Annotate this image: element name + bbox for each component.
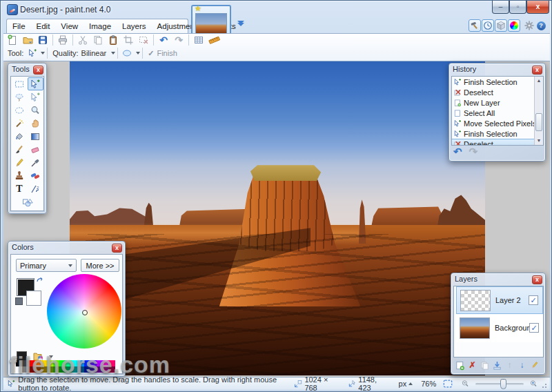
tool-magic-wand[interactable] <box>12 117 28 130</box>
grid-button[interactable] <box>191 34 206 46</box>
finish-button[interactable]: Finish <box>157 49 177 57</box>
palette-swatch[interactable] <box>28 366 34 373</box>
tools-toggle-button[interactable] <box>469 19 481 32</box>
palette-swatch[interactable] <box>22 360 28 366</box>
tool-line-curve[interactable]: 2 <box>28 182 43 195</box>
secondary-color-swatch[interactable] <box>26 291 41 306</box>
palette-swatch[interactable] <box>59 366 66 373</box>
palette-swatch[interactable] <box>53 360 59 366</box>
palette-swatch[interactable] <box>59 360 66 366</box>
color-wheel-selector[interactable] <box>82 310 88 315</box>
history-item[interactable]: Move Selected Pixels <box>452 118 543 128</box>
tool-ellipse-select[interactable] <box>12 104 28 117</box>
scroll-down-icon[interactable]: ▼ <box>535 137 543 145</box>
resize-grip[interactable] <box>542 382 548 389</box>
history-item[interactable]: Finish Selection <box>452 77 543 87</box>
menu-image[interactable]: Image <box>83 22 117 30</box>
palette-swatch[interactable] <box>53 366 59 373</box>
tool-rectangle-select[interactable] <box>12 77 28 90</box>
tool-recolor[interactable] <box>28 169 43 182</box>
history-redo-button[interactable]: ↷ <box>469 147 478 157</box>
layers-panel-close-icon[interactable]: x <box>532 275 542 284</box>
palette-swatch[interactable] <box>34 366 41 373</box>
palette-swatch[interactable] <box>72 360 78 366</box>
palette-swatch[interactable] <box>109 366 115 373</box>
history-item[interactable]: New Layer <box>452 97 543 108</box>
history-scrollbar[interactable]: ▲ ▼ <box>534 77 543 145</box>
save-button[interactable] <box>35 34 50 46</box>
copy-button[interactable] <box>90 34 106 46</box>
unit-caret-icon[interactable] <box>408 382 413 385</box>
palette-swatch[interactable] <box>47 360 53 366</box>
scrollbar-thumb[interactable] <box>535 113 542 131</box>
palette-caret-icon[interactable] <box>49 355 53 358</box>
tools-panel-close-icon[interactable]: x <box>33 66 43 75</box>
undo-button[interactable]: ↶ <box>156 34 171 46</box>
minimize-button[interactable]: – <box>492 1 509 14</box>
colors-toggle-button[interactable] <box>508 19 520 32</box>
history-item[interactable]: Select All <box>452 108 543 118</box>
palette-swatch[interactable] <box>16 366 22 373</box>
zoom-out-button[interactable] <box>461 379 469 389</box>
zoom-slider[interactable] <box>475 383 524 385</box>
tool-paintbrush[interactable] <box>12 143 28 156</box>
color-target-dropdown[interactable]: Primary <box>16 259 77 272</box>
history-toggle-button[interactable] <box>482 19 494 32</box>
tool-clone-stamp[interactable] <box>12 169 28 182</box>
paste-button[interactable] <box>106 34 121 46</box>
layer-row-background[interactable]: Background ✓ <box>456 315 543 342</box>
settings-button[interactable] <box>523 19 535 32</box>
tool-lasso-select[interactable] <box>12 90 28 104</box>
tool-move-selection[interactable] <box>28 90 43 104</box>
maximize-button[interactable]: ▫ <box>509 1 526 14</box>
image-list-chevron-icon[interactable] <box>235 21 246 30</box>
palette-swatch[interactable] <box>16 360 22 366</box>
zoom-slider-thumb[interactable] <box>500 379 506 389</box>
close-button[interactable]: x <box>526 1 549 14</box>
menu-edit[interactable]: Edit <box>31 22 56 30</box>
more-button[interactable]: More >> <box>81 259 119 272</box>
palette-swatch[interactable] <box>90 366 97 373</box>
palette-swatch[interactable] <box>66 366 72 373</box>
menu-file[interactable]: File <box>7 22 31 30</box>
help-button[interactable]: ? <box>535 19 547 32</box>
cut-button[interactable] <box>75 34 90 46</box>
tool-shapes[interactable] <box>19 195 35 208</box>
tool-paint-bucket[interactable] <box>12 130 28 143</box>
swap-colors-icon[interactable] <box>36 277 44 285</box>
tool-gradient[interactable] <box>28 130 43 143</box>
print-button[interactable] <box>55 34 70 46</box>
history-item[interactable]: Finish Selection <box>452 128 543 139</box>
layer-row-layer2[interactable]: Layer 2 ✓ <box>456 286 543 314</box>
palette-swatch[interactable] <box>103 366 109 373</box>
selection-shape-button[interactable] <box>120 47 134 59</box>
palette-swatch[interactable] <box>22 366 28 373</box>
new-document-button[interactable] <box>5 34 20 46</box>
current-tool-button[interactable] <box>26 47 39 59</box>
deselect-button[interactable] <box>136 34 151 46</box>
palette-swatch[interactable] <box>41 360 47 366</box>
palette-swatch[interactable] <box>34 360 41 366</box>
palette-swatch[interactable] <box>90 360 97 366</box>
scroll-up-icon[interactable]: ▲ <box>535 77 543 85</box>
desert-image-canvas[interactable] <box>70 61 485 375</box>
layers-toggle-button[interactable] <box>495 19 507 32</box>
tool-eraser[interactable] <box>28 143 43 156</box>
palette-swatch[interactable] <box>84 360 90 366</box>
delete-layer-button[interactable]: ✗ <box>466 360 478 371</box>
duplicate-layer-button[interactable] <box>479 360 491 371</box>
tool-dropdown-caret-icon[interactable] <box>41 52 45 55</box>
quality-dropdown-caret-icon[interactable] <box>111 52 115 55</box>
zoom-to-window-button[interactable] <box>443 379 453 389</box>
palette-swatch[interactable] <box>97 366 103 373</box>
palette-swatch[interactable] <box>97 360 103 366</box>
palette-swatch[interactable] <box>47 366 53 373</box>
unit-dropdown[interactable]: px <box>399 380 407 388</box>
menu-view[interactable]: View <box>55 22 83 30</box>
open-button[interactable] <box>20 34 35 46</box>
quality-value[interactable]: Bilinear <box>81 49 107 57</box>
history-undo-button[interactable]: ↶ <box>453 147 462 157</box>
tool-pencil[interactable] <box>12 156 28 169</box>
tool-zoom[interactable] <box>28 104 43 117</box>
move-layer-down-button[interactable]: ↓ <box>516 360 528 371</box>
